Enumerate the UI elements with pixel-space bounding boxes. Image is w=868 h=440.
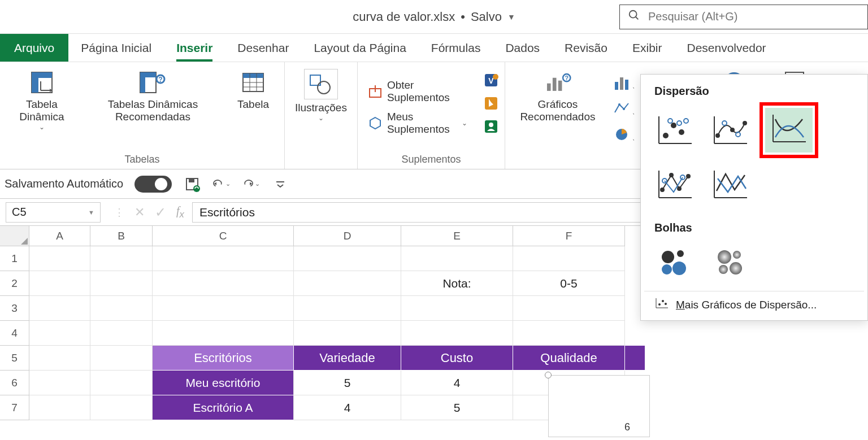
illustrations-button[interactable]: Ilustrações ⌄ [290, 67, 351, 124]
svg-rect-8 [140, 77, 145, 93]
svg-point-87 [677, 121, 682, 125]
people-icon[interactable] [483, 119, 499, 137]
tab-review[interactable]: Revisão [552, 34, 620, 62]
svg-rect-35 [620, 77, 623, 90]
scatter-straight-markers-button[interactable] [654, 167, 695, 202]
recommended-pivot-button[interactable]: ? Tabelas Dinâmicas Recomendadas [81, 67, 224, 125]
svg-point-111 [672, 262, 686, 275]
svg-rect-7 [140, 72, 156, 77]
redo-icon[interactable]: ⌄ [242, 175, 260, 193]
chevron-down-icon[interactable]: ▼ [507, 12, 515, 21]
tab-view[interactable]: Exibir [620, 34, 675, 62]
ribbon-group-addins: Obter Suplementos Meus Suplementos ⌄ V S… [358, 62, 505, 169]
svg-marker-22 [370, 117, 380, 129]
name-box[interactable]: C5 ▼ [6, 202, 101, 223]
svg-point-115 [730, 262, 742, 275]
col-header[interactable]: E [401, 226, 513, 246]
save-icon[interactable] [183, 175, 201, 193]
document-title[interactable]: curva de valor.xlsx • Salvo ▼ [353, 10, 515, 24]
ribbon-group-tables: Tabela Dinâmica ⌄ ? Tabelas Dinâmicas Re… [0, 62, 285, 169]
tab-formulas[interactable]: Fórmulas [419, 34, 493, 62]
group-label-tables: Tabelas [6, 154, 279, 167]
svg-point-93 [743, 121, 747, 125]
row-header[interactable]: 2 [0, 271, 29, 296]
svg-rect-29 [547, 84, 551, 91]
svg-rect-3 [32, 72, 52, 78]
row-header[interactable]: 6 [0, 371, 29, 395]
tab-file[interactable]: Arquivo [0, 34, 68, 62]
tab-home[interactable]: Página Inicial [68, 34, 164, 62]
row-header[interactable]: 3 [0, 296, 29, 321]
svg-point-18 [318, 81, 330, 94]
scatter-smooth-markers-button[interactable] [710, 108, 750, 153]
tab-draw[interactable]: Desenhar [225, 34, 301, 62]
chart-bar-button[interactable]: ⌄ [608, 70, 640, 95]
chart-pie-button[interactable]: ⌄ [608, 122, 640, 147]
bing-icon[interactable] [483, 95, 499, 114]
my-addins-button[interactable]: Meus Suplementos ⌄ [363, 108, 472, 138]
pivot-table-button[interactable]: Tabela Dinâmica ⌄ [6, 67, 78, 133]
store-icon [368, 84, 383, 99]
undo-icon[interactable]: ⌄ [212, 175, 231, 193]
recommended-pivot-icon: ? [139, 69, 166, 96]
table-button[interactable]: Tabela [228, 67, 279, 113]
svg-point-113 [733, 251, 741, 259]
chart-line-button[interactable]: ⌄ [608, 96, 640, 121]
get-addins-button[interactable]: Obter Suplementos [363, 77, 472, 106]
group-label-addins: Suplementos [363, 154, 499, 167]
customize-qat-icon[interactable] [271, 175, 289, 193]
recommended-charts-button[interactable]: ? Gráficos Recomendados [511, 67, 605, 125]
svg-point-84 [671, 123, 676, 128]
svg-point-112 [718, 250, 731, 264]
chart-resize-handle[interactable] [545, 372, 552, 378]
svg-point-120 [665, 303, 667, 305]
col-header[interactable]: A [29, 226, 90, 246]
tab-developer[interactable]: Desenvolvedor [674, 34, 778, 62]
tab-data[interactable]: Dados [493, 34, 552, 62]
dots-icon[interactable]: ⋮ [114, 206, 124, 219]
scatter-smooth-lines-button[interactable] [760, 102, 818, 158]
search-input[interactable] [648, 10, 860, 23]
svg-point-88 [684, 119, 688, 123]
col-header[interactable]: D [294, 226, 401, 246]
svg-point-28 [489, 123, 493, 127]
svg-point-114 [719, 265, 728, 274]
title-bar: curva de valor.xlsx • Salvo ▼ [0, 0, 868, 34]
enter-formula-icon[interactable]: ✓ [155, 204, 166, 220]
svg-text:?: ? [159, 76, 163, 84]
svg-text:⌄: ⌄ [632, 136, 634, 142]
col-header[interactable]: B [90, 226, 153, 246]
cancel-formula-icon[interactable]: ✕ [134, 205, 145, 220]
row-header[interactable]: 1 [0, 246, 29, 271]
autosave-toggle[interactable] [134, 176, 172, 193]
fx-icon[interactable]: fx [176, 204, 184, 220]
select-all-corner[interactable] [0, 226, 29, 246]
row-header[interactable]: 4 [0, 321, 29, 346]
svg-point-47 [623, 108, 625, 110]
col-header[interactable]: C [153, 226, 294, 246]
table-icon [240, 69, 267, 96]
scatter-markers-only-button[interactable] [654, 108, 695, 153]
bubble-2d-button[interactable] [654, 245, 695, 280]
svg-point-119 [662, 300, 664, 302]
svg-line-1 [636, 17, 639, 20]
scatter-straight-lines-button[interactable] [710, 167, 750, 202]
visio-icon[interactable]: V [483, 72, 499, 91]
svg-point-92 [730, 128, 735, 132]
col-header[interactable]: F [513, 226, 625, 246]
svg-rect-30 [553, 78, 557, 91]
search-box[interactable] [619, 5, 868, 29]
svg-rect-36 [625, 80, 628, 90]
svg-rect-4 [32, 78, 38, 93]
tab-layout[interactable]: Layout da Página [301, 34, 418, 62]
svg-point-103 [686, 174, 691, 178]
tab-insert[interactable]: Inserir [164, 34, 225, 62]
row-header[interactable]: 5 [0, 346, 29, 371]
illustrations-icon [304, 69, 338, 99]
ribbon-tabs: Arquivo Página Inicial Inserir Desenhar … [0, 34, 868, 62]
row-header[interactable]: 7 [0, 395, 29, 420]
embedded-chart-object[interactable]: 6 [548, 375, 650, 437]
more-scatter-charts-button[interactable]: Mais Gráficos de Dispersão... [644, 291, 864, 320]
svg-point-83 [663, 133, 669, 138]
bubble-3d-button[interactable] [710, 245, 750, 280]
